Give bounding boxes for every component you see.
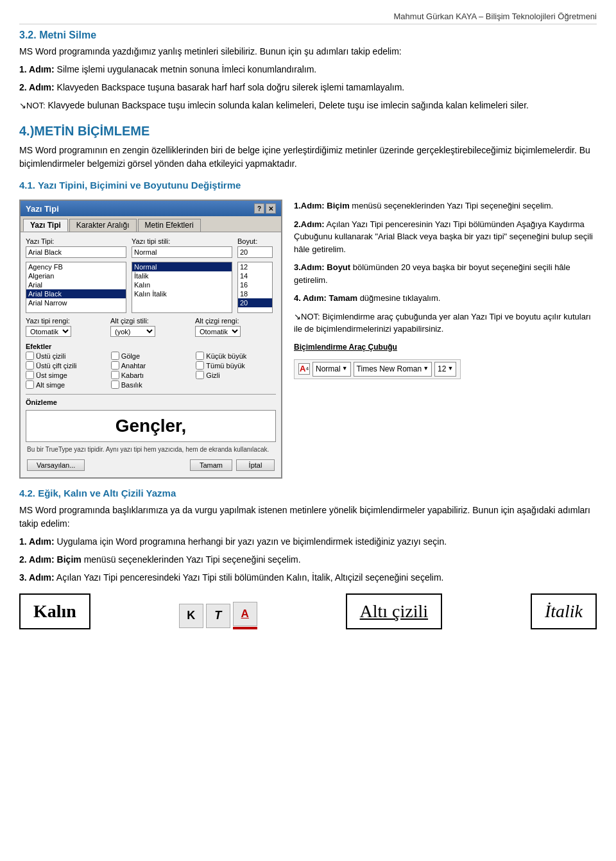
right-note-text: Biçimlendirme araç çubuğunda yer alan Ya… [294,312,591,334]
effects-section: Üstü çizili Üstü çift çizili Üst simge [26,352,276,390]
effect-gizli: Gizli [196,371,276,379]
right-step1: 1.Adım: Biçim menüsü seçeneklerinden Yaz… [294,200,597,212]
yazi-tipi-stili-input[interactable] [132,246,232,258]
style-item-bold[interactable]: Kalın [132,280,232,289]
effects-col-2: Gölge Anahtar Kabartı Basılık [111,352,191,390]
right-step4: 4. Adım: Tamam düğmesine tıklayalım. [294,292,597,305]
toolbar-size-label: 12 [438,363,446,375]
kta-a-letter: A [233,602,257,626]
font-item-algerian[interactable]: Algerian [26,271,126,280]
style-item-italic[interactable]: İtalik [132,271,232,280]
style-item-bold-italic[interactable]: Kalın İtalik [132,289,232,298]
effect-ustu-cift-check[interactable] [26,361,34,370]
toolbar-size-arrow: ▼ [447,364,453,373]
toolbar-a-icon: A4 [298,363,310,375]
alt-cizgi-rengi-label: Alt çizgi rengi: [195,317,276,325]
effect-ust-simge-check[interactable] [26,371,34,379]
note-text: Klavyede bulunan Backspace tuşu imlecin … [48,100,529,110]
font-item-agency[interactable]: Agency FB [26,262,126,271]
dialog-help-btn[interactable]: ? [254,203,264,214]
section-42-step2: 2. Adım: Biçim menüsü seçeneklerinden Ya… [19,553,597,567]
boyut-label: Boyut: [237,237,276,245]
step2-label: 2. Adım: [19,82,55,92]
style-listbox[interactable]: Normal İtalik Kalın Kalın İtalik [132,262,232,313]
size-item-16[interactable]: 16 [238,280,272,289]
yazi-rengi-col: Yazı tipi rengi: Otomatik [26,317,107,339]
effect-gizli-check[interactable] [196,371,204,379]
toolbar-font-arrow: ▼ [423,364,429,373]
effect-ust-simge: Üst simge [26,371,106,379]
section-4-p1: MS Word programının en zengin özellikler… [19,144,597,171]
step2-bold-42: Biçim [57,554,81,565]
tab-metin-efektleri[interactable]: Metin Efektleri [138,219,201,232]
right-step2: 2.Adım: Açılan Yazı Tipi penceresinin Ya… [294,218,597,256]
toolbar-section: Biçimlendirme Araç Çubuğu A4 Normal ▼ Ti… [294,341,597,379]
dialog-color-row: Yazı tipi rengi: Otomatik Alt çizgi stil… [26,317,276,339]
right-note-prefix: ↘NOT: [294,312,320,321]
section-32: 3.2. Metni Silme MS Word programında yaz… [19,30,597,112]
kta-t-letter: T [206,604,230,628]
toolbar-size-dropdown[interactable]: 12 ▼ [434,362,456,377]
kta-a-underline [233,627,257,629]
style-item-normal[interactable]: Normal [132,262,232,271]
section-42: 4.2. Eğik, Kalın ve Altı Çizili Yazma MS… [19,488,597,629]
alti-box: Altı çizili [346,593,443,629]
tab-yazi-tipi[interactable]: Yazı Tipi [23,219,68,232]
kalin-example: Kalın [19,593,90,629]
two-col-layout: Yazı Tipi ? ✕ Yazı Tipi Karakter Aralığı… [19,200,597,479]
step2-label-42: 2. Adım: [19,554,55,565]
alti-example: Altı çizili [346,593,443,629]
boyut-input[interactable] [237,246,273,258]
boyut-col: Boyut: [237,237,276,258]
font-item-arial-black[interactable]: Arial Black [26,289,126,298]
right-step4-bold: Tamam [329,293,357,303]
effects-label: Efektler [26,343,276,350]
alt-cizgi-select[interactable]: (yok) [110,326,155,337]
dialog-footer-text: Bu bir TrueType yazı tipidir. Aynı yazı … [26,446,276,453]
right-step1-text: menüsü seçeneklerinden Yazı Tipi seçeneğ… [352,201,553,210]
right-note: ↘NOT: Biçimlendirme araç çubuğunda yer a… [294,311,597,336]
font-item-arial-narrow[interactable]: Arial Narrow [26,298,126,307]
italic-box: İtalik [531,593,597,629]
effect-golge-check[interactable] [111,352,119,360]
step1-label: 1. Adım: [19,64,55,74]
toolbar-font-dropdown[interactable]: Times New Roman ▼ [354,362,432,377]
kta-icons: K T A [179,602,257,629]
alt-cizgi-rengi-select[interactable]: Otomatik [195,326,241,337]
dialog-title: Yazı Tipi [26,204,59,214]
effect-anahtar-check[interactable] [111,361,119,370]
dialog-close-btn[interactable]: ✕ [266,203,276,214]
note-prefix: ↘NOT: [19,101,46,110]
effect-alt-simge-check[interactable] [26,380,34,389]
step2-text-42: menüsü seçeneklerinden Yazı Tipi seçeneğ… [84,554,301,565]
font-listbox[interactable]: Agency FB Algerian Arial Arial Black Ari… [26,262,126,313]
right-step2-text: Açılan Yazı Tipi penceresinin Yazı Tipi … [294,219,593,254]
size-item-20[interactable]: 20 [238,298,272,307]
effect-tumu-buyuk-check[interactable] [196,361,204,370]
yazi-tipi-stili-col: Yazı tipi stili: [132,237,232,258]
tamam-btn[interactable]: Tamam [190,459,232,471]
effect-ustu-cizili-check[interactable] [26,352,34,360]
size-item-14[interactable]: 14 [238,271,272,280]
tab-karakter-araligi[interactable]: Karakter Aralığı [69,219,137,232]
size-item-18[interactable]: 18 [238,289,272,298]
yazi-rengi-select[interactable]: Otomatik [26,326,71,337]
size-item-12[interactable]: 12 [238,262,272,271]
yazi-tipi-input[interactable] [26,246,126,258]
step1-label-42: 1. Adım: [19,536,55,547]
right-step3-bold: Boyut [327,262,350,272]
font-item-arial[interactable]: Arial [26,280,126,289]
yazi-tipi-label: Yazı Tipi: [26,237,126,245]
effect-alt-simge: Alt simge [26,380,106,389]
effect-kabarti-check[interactable] [111,371,119,379]
varsayilan-btn[interactable]: Varsayılan... [27,459,85,471]
iptal-btn[interactable]: İptal [236,459,275,471]
effect-kucuk-buyuk-check[interactable] [196,352,204,360]
effect-kabartı: Kabartı [111,371,191,379]
effect-ustu-cizili: Üstü çizili [26,352,106,360]
right-step2-label: 2.Adım: [294,219,325,229]
right-step1-bold: Biçim [327,201,349,210]
effect-basilik-check[interactable] [111,380,119,389]
toolbar-normal-dropdown[interactable]: Normal ▼ [312,362,351,377]
size-listbox[interactable]: 12 14 16 18 20 [237,262,273,313]
